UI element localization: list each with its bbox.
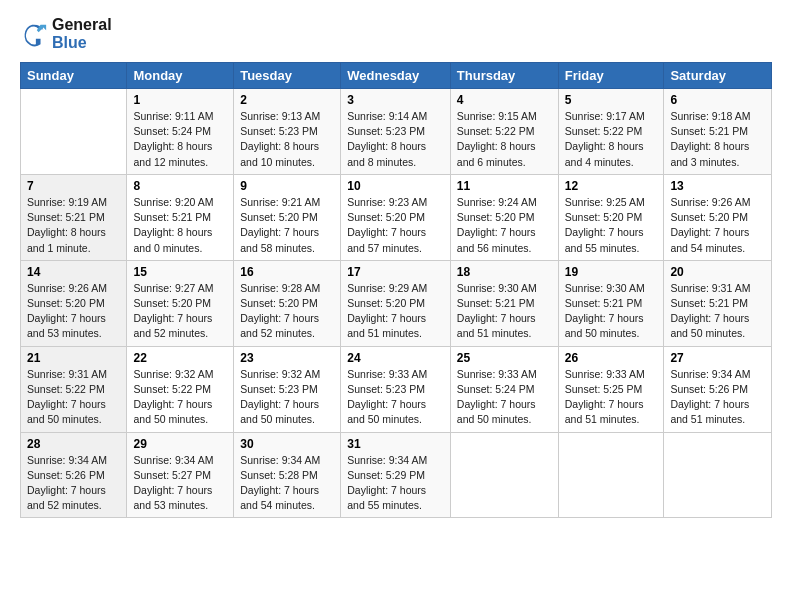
- weekday-header: Saturday: [664, 63, 772, 89]
- calendar-cell: 13Sunrise: 9:26 AMSunset: 5:20 PMDayligh…: [664, 174, 772, 260]
- calendar-cell: [664, 432, 772, 518]
- calendar-cell: 5Sunrise: 9:17 AMSunset: 5:22 PMDaylight…: [558, 89, 664, 175]
- calendar-cell: 25Sunrise: 9:33 AMSunset: 5:24 PMDayligh…: [450, 346, 558, 432]
- day-info: Sunrise: 9:23 AMSunset: 5:20 PMDaylight:…: [347, 195, 444, 256]
- day-info: Sunrise: 9:33 AMSunset: 5:25 PMDaylight:…: [565, 367, 658, 428]
- day-info: Sunrise: 9:13 AMSunset: 5:23 PMDaylight:…: [240, 109, 334, 170]
- calendar-cell: 23Sunrise: 9:32 AMSunset: 5:23 PMDayligh…: [234, 346, 341, 432]
- day-info: Sunrise: 9:27 AMSunset: 5:20 PMDaylight:…: [133, 281, 227, 342]
- calendar-cell: 9Sunrise: 9:21 AMSunset: 5:20 PMDaylight…: [234, 174, 341, 260]
- day-number: 9: [240, 179, 334, 193]
- day-info: Sunrise: 9:33 AMSunset: 5:24 PMDaylight:…: [457, 367, 552, 428]
- day-number: 23: [240, 351, 334, 365]
- day-number: 6: [670, 93, 765, 107]
- day-number: 11: [457, 179, 552, 193]
- logo-text: General Blue: [52, 16, 112, 52]
- day-number: 4: [457, 93, 552, 107]
- calendar-cell: 11Sunrise: 9:24 AMSunset: 5:20 PMDayligh…: [450, 174, 558, 260]
- calendar-cell: 10Sunrise: 9:23 AMSunset: 5:20 PMDayligh…: [341, 174, 451, 260]
- weekday-header: Monday: [127, 63, 234, 89]
- day-info: Sunrise: 9:34 AMSunset: 5:26 PMDaylight:…: [670, 367, 765, 428]
- day-number: 14: [27, 265, 120, 279]
- day-info: Sunrise: 9:33 AMSunset: 5:23 PMDaylight:…: [347, 367, 444, 428]
- day-info: Sunrise: 9:21 AMSunset: 5:20 PMDaylight:…: [240, 195, 334, 256]
- day-number: 30: [240, 437, 334, 451]
- logo: General Blue: [20, 16, 112, 52]
- day-info: Sunrise: 9:26 AMSunset: 5:20 PMDaylight:…: [670, 195, 765, 256]
- day-number: 22: [133, 351, 227, 365]
- calendar-week-row: 21Sunrise: 9:31 AMSunset: 5:22 PMDayligh…: [21, 346, 772, 432]
- day-info: Sunrise: 9:32 AMSunset: 5:23 PMDaylight:…: [240, 367, 334, 428]
- calendar-cell: 17Sunrise: 9:29 AMSunset: 5:20 PMDayligh…: [341, 260, 451, 346]
- day-info: Sunrise: 9:25 AMSunset: 5:20 PMDaylight:…: [565, 195, 658, 256]
- day-number: 2: [240, 93, 334, 107]
- calendar-header-row: SundayMondayTuesdayWednesdayThursdayFrid…: [21, 63, 772, 89]
- calendar-cell: 2Sunrise: 9:13 AMSunset: 5:23 PMDaylight…: [234, 89, 341, 175]
- calendar-cell: 14Sunrise: 9:26 AMSunset: 5:20 PMDayligh…: [21, 260, 127, 346]
- day-info: Sunrise: 9:34 AMSunset: 5:28 PMDaylight:…: [240, 453, 334, 514]
- day-number: 1: [133, 93, 227, 107]
- day-number: 28: [27, 437, 120, 451]
- day-info: Sunrise: 9:30 AMSunset: 5:21 PMDaylight:…: [565, 281, 658, 342]
- day-number: 16: [240, 265, 334, 279]
- page: General Blue SundayMondayTuesdayWednesda…: [0, 0, 792, 612]
- calendar-cell: 26Sunrise: 9:33 AMSunset: 5:25 PMDayligh…: [558, 346, 664, 432]
- day-number: 7: [27, 179, 120, 193]
- day-number: 5: [565, 93, 658, 107]
- logo-icon: [20, 20, 48, 48]
- calendar-cell: [21, 89, 127, 175]
- day-info: Sunrise: 9:17 AMSunset: 5:22 PMDaylight:…: [565, 109, 658, 170]
- calendar-cell: [558, 432, 664, 518]
- day-number: 15: [133, 265, 227, 279]
- day-info: Sunrise: 9:24 AMSunset: 5:20 PMDaylight:…: [457, 195, 552, 256]
- day-number: 29: [133, 437, 227, 451]
- calendar-cell: 29Sunrise: 9:34 AMSunset: 5:27 PMDayligh…: [127, 432, 234, 518]
- day-number: 24: [347, 351, 444, 365]
- day-info: Sunrise: 9:28 AMSunset: 5:20 PMDaylight:…: [240, 281, 334, 342]
- calendar-cell: 7Sunrise: 9:19 AMSunset: 5:21 PMDaylight…: [21, 174, 127, 260]
- day-info: Sunrise: 9:11 AMSunset: 5:24 PMDaylight:…: [133, 109, 227, 170]
- calendar-cell: 1Sunrise: 9:11 AMSunset: 5:24 PMDaylight…: [127, 89, 234, 175]
- calendar-cell: 21Sunrise: 9:31 AMSunset: 5:22 PMDayligh…: [21, 346, 127, 432]
- calendar-cell: 28Sunrise: 9:34 AMSunset: 5:26 PMDayligh…: [21, 432, 127, 518]
- day-number: 25: [457, 351, 552, 365]
- calendar-cell: 22Sunrise: 9:32 AMSunset: 5:22 PMDayligh…: [127, 346, 234, 432]
- header: General Blue: [20, 16, 772, 52]
- day-number: 27: [670, 351, 765, 365]
- day-number: 12: [565, 179, 658, 193]
- calendar-cell: 16Sunrise: 9:28 AMSunset: 5:20 PMDayligh…: [234, 260, 341, 346]
- calendar-cell: [450, 432, 558, 518]
- calendar-week-row: 28Sunrise: 9:34 AMSunset: 5:26 PMDayligh…: [21, 432, 772, 518]
- day-info: Sunrise: 9:19 AMSunset: 5:21 PMDaylight:…: [27, 195, 120, 256]
- day-info: Sunrise: 9:30 AMSunset: 5:21 PMDaylight:…: [457, 281, 552, 342]
- day-number: 3: [347, 93, 444, 107]
- weekday-header: Tuesday: [234, 63, 341, 89]
- day-info: Sunrise: 9:32 AMSunset: 5:22 PMDaylight:…: [133, 367, 227, 428]
- calendar-week-row: 7Sunrise: 9:19 AMSunset: 5:21 PMDaylight…: [21, 174, 772, 260]
- calendar-week-row: 14Sunrise: 9:26 AMSunset: 5:20 PMDayligh…: [21, 260, 772, 346]
- weekday-header: Thursday: [450, 63, 558, 89]
- day-number: 18: [457, 265, 552, 279]
- calendar-cell: 8Sunrise: 9:20 AMSunset: 5:21 PMDaylight…: [127, 174, 234, 260]
- calendar-table: SundayMondayTuesdayWednesdayThursdayFrid…: [20, 62, 772, 518]
- day-info: Sunrise: 9:14 AMSunset: 5:23 PMDaylight:…: [347, 109, 444, 170]
- day-info: Sunrise: 9:34 AMSunset: 5:26 PMDaylight:…: [27, 453, 120, 514]
- calendar-cell: 19Sunrise: 9:30 AMSunset: 5:21 PMDayligh…: [558, 260, 664, 346]
- calendar-cell: 20Sunrise: 9:31 AMSunset: 5:21 PMDayligh…: [664, 260, 772, 346]
- calendar-cell: 27Sunrise: 9:34 AMSunset: 5:26 PMDayligh…: [664, 346, 772, 432]
- calendar-cell: 6Sunrise: 9:18 AMSunset: 5:21 PMDaylight…: [664, 89, 772, 175]
- day-info: Sunrise: 9:31 AMSunset: 5:21 PMDaylight:…: [670, 281, 765, 342]
- weekday-header: Sunday: [21, 63, 127, 89]
- day-info: Sunrise: 9:34 AMSunset: 5:27 PMDaylight:…: [133, 453, 227, 514]
- calendar-week-row: 1Sunrise: 9:11 AMSunset: 5:24 PMDaylight…: [21, 89, 772, 175]
- day-number: 31: [347, 437, 444, 451]
- calendar-cell: 31Sunrise: 9:34 AMSunset: 5:29 PMDayligh…: [341, 432, 451, 518]
- day-info: Sunrise: 9:20 AMSunset: 5:21 PMDaylight:…: [133, 195, 227, 256]
- day-info: Sunrise: 9:15 AMSunset: 5:22 PMDaylight:…: [457, 109, 552, 170]
- calendar-cell: 12Sunrise: 9:25 AMSunset: 5:20 PMDayligh…: [558, 174, 664, 260]
- day-info: Sunrise: 9:34 AMSunset: 5:29 PMDaylight:…: [347, 453, 444, 514]
- calendar-cell: 24Sunrise: 9:33 AMSunset: 5:23 PMDayligh…: [341, 346, 451, 432]
- weekday-header: Friday: [558, 63, 664, 89]
- day-number: 19: [565, 265, 658, 279]
- calendar-cell: 4Sunrise: 9:15 AMSunset: 5:22 PMDaylight…: [450, 89, 558, 175]
